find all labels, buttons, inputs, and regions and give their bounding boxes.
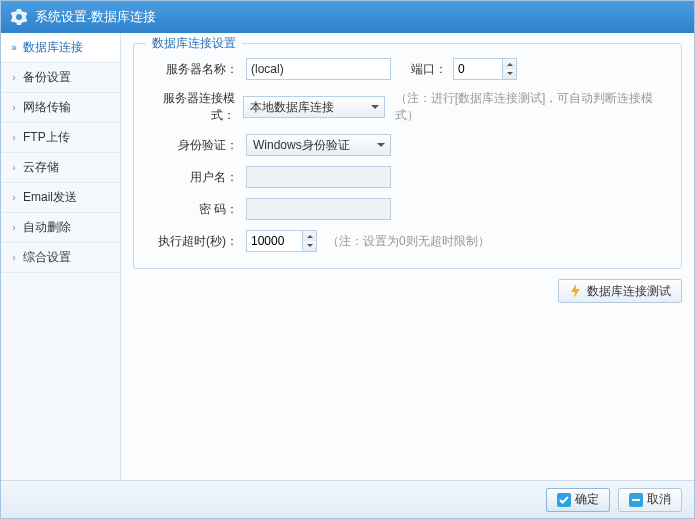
user-input[interactable] [246,166,391,188]
server-label: 服务器名称： [146,61,246,78]
chevron-right-icon: › [9,222,19,233]
pwd-input[interactable] [246,198,391,220]
title-page: 数据库连接 [91,8,156,26]
sidebar-item-cloud[interactable]: ›云存储 [1,153,120,183]
auth-select[interactable]: Windows身份验证 [246,134,391,156]
mode-label: 服务器连接模式： [146,90,243,124]
port-spinner[interactable] [453,58,517,80]
check-icon [557,493,571,507]
chevron-right-icon: › [9,132,19,143]
server-input[interactable] [246,58,391,80]
gear-icon [11,9,27,25]
cancel-label: 取消 [647,491,671,508]
sidebar-item-label: 云存储 [23,159,59,176]
test-button-label: 数据库连接测试 [587,283,671,300]
mode-select[interactable]: 本地数据库连接 [243,96,385,118]
sidebar-item-email[interactable]: ›Email发送 [1,183,120,213]
chevron-right-icon: › [9,72,19,83]
mode-hint: （注：进行[数据库连接测试]，可自动判断连接模式） [395,90,669,124]
timeout-input[interactable] [247,231,302,251]
sidebar-item-ftp[interactable]: ›FTP上传 [1,123,120,153]
spinner-up-icon[interactable] [303,231,316,241]
sidebar-item-label: 数据库连接 [23,39,83,56]
footer: 确定 取消 [1,480,694,518]
spinner-up-icon[interactable] [503,59,516,69]
timeout-label: 执行超时(秒)： [146,233,246,250]
port-input[interactable] [454,59,502,79]
sidebar-item-backup[interactable]: ›备份设置 [1,63,120,93]
ok-label: 确定 [575,491,599,508]
auth-label: 身份验证： [146,137,246,154]
titlebar: 系统设置 - 数据库连接 [1,1,694,33]
sidebar-item-label: Email发送 [23,189,77,206]
user-label: 用户名： [146,169,246,186]
chevron-right-icon: » [9,42,19,53]
title-app: 系统设置 [35,8,87,26]
pwd-label: 密 码： [146,201,246,218]
sidebar-item-autodelete[interactable]: ›自动删除 [1,213,120,243]
chevron-right-icon: › [9,102,19,113]
sidebar: »数据库连接 ›备份设置 ›网络传输 ›FTP上传 ›云存储 ›Email发送 … [1,33,121,480]
chevron-right-icon: › [9,252,19,263]
mode-value: 本地数据库连接 [250,99,334,116]
auth-value: Windows身份验证 [253,137,350,154]
sidebar-item-label: 网络传输 [23,99,71,116]
svg-rect-2 [632,499,640,501]
test-connection-button[interactable]: 数据库连接测试 [558,279,682,303]
cancel-button[interactable]: 取消 [618,488,682,512]
ok-button[interactable]: 确定 [546,488,610,512]
timeout-spinner[interactable] [246,230,317,252]
sidebar-item-label: FTP上传 [23,129,70,146]
sidebar-item-label: 综合设置 [23,249,71,266]
spinner-down-icon[interactable] [503,69,516,79]
sidebar-item-label: 备份设置 [23,69,71,86]
sidebar-item-general[interactable]: ›综合设置 [1,243,120,273]
port-label: 端口： [411,61,447,78]
sidebar-item-network[interactable]: ›网络传输 [1,93,120,123]
panel-legend: 数据库连接设置 [146,35,242,52]
timeout-hint: （注：设置为0则无超时限制） [327,233,490,250]
spinner-down-icon[interactable] [303,241,316,251]
lightning-icon [569,284,583,298]
sidebar-item-label: 自动删除 [23,219,71,236]
chevron-right-icon: › [9,162,19,173]
chevron-right-icon: › [9,192,19,203]
cancel-icon [629,493,643,507]
db-settings-panel: 数据库连接设置 服务器名称： 端口： 服务器连接模式： 本地数据库连接 （注：进… [133,43,682,269]
sidebar-item-db[interactable]: »数据库连接 [1,33,120,63]
